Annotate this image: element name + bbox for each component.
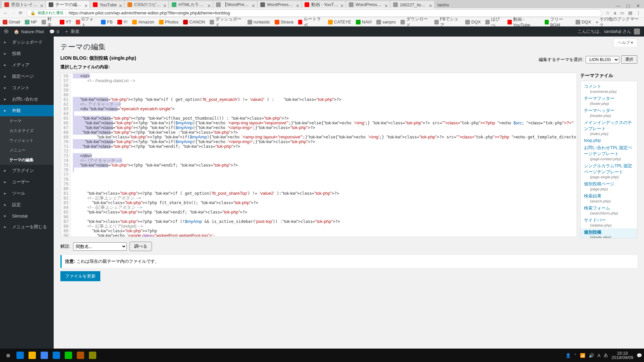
close-icon[interactable]: ✕ bbox=[636, 3, 640, 8]
browser-tab[interactable]: 動画 - YouTube✕ bbox=[302, 1, 345, 8]
bookmark-item[interactable]: 動画 - YouTube bbox=[507, 16, 540, 28]
theme-file-item[interactable]: loop.php bbox=[581, 137, 637, 144]
bookmark-item[interactable]: ルートラボ bbox=[298, 16, 323, 28]
tab-close-icon[interactable]: ✕ bbox=[84, 3, 87, 6]
other-bookmarks[interactable]: » その他のブックマーク bbox=[596, 16, 641, 28]
back-icon[interactable]: ← bbox=[3, 10, 8, 15]
sidebar-subitem[interactable]: ウィジェット bbox=[0, 136, 54, 145]
ext-icon-2[interactable]: ▭ bbox=[620, 10, 624, 15]
wp-logo-icon[interactable]: ⓦ bbox=[4, 28, 8, 35]
sidebar-item[interactable]: ▸コメント bbox=[0, 82, 54, 94]
clock[interactable]: 16:182018/09/09 bbox=[611, 351, 633, 360]
sidebar-subitem[interactable]: メニュー bbox=[0, 145, 54, 155]
tab-close-icon[interactable]: ✕ bbox=[340, 3, 343, 6]
notifications-icon[interactable]: 💬 bbox=[637, 353, 642, 358]
site-link[interactable]: 🏠 Nature Pilot bbox=[14, 29, 44, 34]
browser-tab[interactable]: CSSのコピペだけ！おし✕ bbox=[125, 1, 168, 8]
sidebar-item[interactable]: ▸お問い合わせ bbox=[0, 94, 54, 105]
theme-file-item[interactable]: 検索結果(search.php) bbox=[581, 192, 637, 204]
bookmark-item[interactable]: YT bbox=[60, 16, 71, 28]
function-select[interactable]: 関数名... bbox=[73, 242, 127, 251]
tab-close-icon[interactable]: ✕ bbox=[252, 3, 254, 6]
star-icon[interactable]: ☆ bbox=[606, 10, 610, 15]
browser-tab[interactable]: YouTube✕ bbox=[90, 1, 124, 8]
theme-select[interactable]: LION BLOG bbox=[586, 56, 619, 63]
taskbar-app[interactable] bbox=[26, 349, 38, 361]
ime-a[interactable]: A bbox=[597, 353, 600, 358]
theme-file-item[interactable]: お問い合わせTPL 固定ページテンプレート(page-contact.php) bbox=[581, 144, 637, 162]
help-tab[interactable]: ヘルプ ▾ bbox=[613, 39, 637, 47]
forward-icon[interactable]: → bbox=[11, 10, 15, 15]
bookmark-item[interactable]: ダウンロード bbox=[400, 16, 430, 28]
bookmark-item[interactable]: NP bbox=[25, 16, 37, 28]
sidebar-item[interactable]: ▸ツール bbox=[0, 188, 54, 199]
sidebar-item[interactable]: ▸投稿 bbox=[0, 48, 54, 59]
bookmark-item[interactable]: CANON bbox=[183, 16, 205, 28]
theme-file-item[interactable]: メインインデックスのテンプレート(index.php) bbox=[581, 119, 637, 137]
tab-close-icon[interactable]: ✕ bbox=[40, 3, 43, 6]
theme-file-item[interactable]: 個別投稿(single.php) bbox=[581, 228, 637, 238]
browser-tab[interactable]: テーマの編集 ‹ Nature✕ bbox=[46, 1, 90, 8]
browser-tab[interactable]: WordPressサイドバー✕ bbox=[258, 1, 301, 8]
theme-file-item[interactable]: テーマフッター(footer.php) bbox=[581, 95, 637, 107]
browser-tab[interactable]: WordPressテーマLIO✕ bbox=[346, 1, 390, 8]
new-link[interactable]: ＋ 新規 bbox=[64, 28, 79, 35]
browser-tab[interactable]: 【WordPress】投稿・✕ bbox=[213, 1, 257, 8]
bookmark-item[interactable]: フリーBGM bbox=[545, 16, 571, 28]
ext-icon-1[interactable]: a bbox=[614, 10, 616, 15]
theme-file-item[interactable]: コメント(comments.php) bbox=[581, 82, 637, 95]
avatar[interactable] bbox=[634, 28, 640, 35]
taskbar-app[interactable] bbox=[38, 349, 50, 361]
sidebar-subitem[interactable]: テーマの編集 bbox=[0, 155, 54, 165]
tray-up-icon[interactable]: ˄ bbox=[574, 353, 577, 358]
sidebar-item[interactable]: ▸Slimstat bbox=[0, 210, 54, 221]
sidebar-item[interactable]: ▸メディア bbox=[0, 59, 54, 71]
browser-tab[interactable]: 180227_lionblog1.jp✕ bbox=[390, 1, 434, 8]
bookmark-item[interactable]: NAVI bbox=[356, 16, 372, 28]
minimize-icon[interactable]: — bbox=[616, 3, 620, 8]
select-button[interactable]: 選択 bbox=[621, 55, 637, 64]
bookmark-item[interactable]: DQX bbox=[465, 16, 481, 28]
bookmark-item[interactable]: Gmail bbox=[3, 16, 20, 28]
ime-kana[interactable]: あ bbox=[604, 352, 608, 358]
bookmark-item[interactable]: はぴべ bbox=[485, 16, 503, 28]
tray-net-icon[interactable]: 📶 bbox=[580, 353, 585, 358]
ext-icon-3[interactable]: ▤ bbox=[628, 10, 632, 15]
bookmark-item[interactable]: Y! bbox=[117, 16, 127, 28]
bookmark-item[interactable]: 村美 bbox=[42, 16, 55, 28]
sidebar-item[interactable]: ▸ダッシュボード bbox=[0, 37, 54, 48]
theme-file-item[interactable]: サイドバー(sidebar.php) bbox=[581, 216, 637, 228]
update-file-button[interactable]: ファイルを更新 bbox=[60, 271, 100, 281]
start-button[interactable]: ⊞ bbox=[2, 349, 14, 361]
taskbar-app[interactable] bbox=[87, 349, 99, 361]
tab-close-icon[interactable]: ✕ bbox=[429, 3, 431, 6]
bookmark-item[interactable]: Strava bbox=[275, 16, 293, 28]
theme-file-item[interactable]: 個別投稿ページ(page.php) bbox=[581, 180, 637, 192]
bookmark-item[interactable]: DQX bbox=[576, 16, 591, 28]
code-editor[interactable]: 56 57 58 59 60 61 62 63 64 65 66 67 68 6… bbox=[60, 73, 577, 237]
url-input[interactable]: 🔒 保護された通信 | https://nature-pilot.com/wp-… bbox=[26, 9, 602, 17]
tab-close-icon[interactable]: ✕ bbox=[207, 3, 210, 6]
taskbar-app[interactable] bbox=[74, 349, 87, 361]
taskbar-app[interactable] bbox=[50, 349, 62, 361]
sidebar-item[interactable]: ▸メニューを閉じる bbox=[0, 221, 54, 233]
menu-icon[interactable]: ⋮ bbox=[636, 10, 641, 15]
sidebar-subitem[interactable]: テーマ bbox=[0, 116, 54, 126]
theme-file-item[interactable]: テーマヘッダー(header.php) bbox=[581, 107, 637, 119]
bookmark-item[interactable]: sanpro bbox=[376, 16, 396, 28]
tab-close-icon[interactable]: ✕ bbox=[384, 3, 387, 6]
browser-tab[interactable]: HTMLカラーコード✕ bbox=[169, 1, 213, 8]
bookmark-item[interactable]: runtastic bbox=[248, 16, 270, 28]
taskbar-app[interactable] bbox=[14, 349, 26, 361]
sidebar-item[interactable]: ▸プラグイン bbox=[0, 165, 54, 176]
reload-icon[interactable]: ⟳ bbox=[19, 10, 22, 15]
tab-close-icon[interactable]: ✕ bbox=[119, 3, 121, 6]
lookup-button[interactable]: 調べる bbox=[129, 242, 152, 251]
bookmark-item[interactable]: FB bbox=[101, 16, 113, 28]
sidebar-item[interactable]: ▸外観 bbox=[0, 105, 54, 116]
tab-close-icon[interactable]: ✕ bbox=[163, 3, 166, 6]
sidebar-item[interactable]: ▸ユーザー bbox=[0, 176, 54, 188]
bookmark-item[interactable]: FBでシェア bbox=[434, 16, 461, 28]
tray-people-icon[interactable]: 👤 bbox=[566, 353, 571, 358]
sidebar-item[interactable]: ▸設定 bbox=[0, 199, 54, 210]
